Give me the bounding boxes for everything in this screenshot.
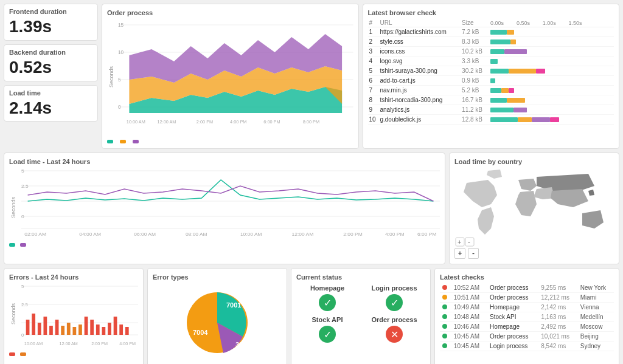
svg-text:4:00 PM: 4:00 PM <box>230 119 246 125</box>
check-ms: 1,163 ms <box>538 312 577 322</box>
order-process-title: Order process <box>107 9 353 16</box>
row-size: 11.2 kB <box>461 105 488 115</box>
check-name: Order process <box>487 332 538 342</box>
status-stock-api-icon: ✓ <box>319 326 336 343</box>
row-url: tshirt-suraya-300.png <box>378 66 461 76</box>
svg-rect-53 <box>72 327 76 335</box>
check-row: 10:45 AM Order process 10,021 ms Beijing <box>440 332 614 342</box>
load-time-24h-title: Load time - Last 24 hours <box>9 158 440 165</box>
row-bars <box>488 76 614 86</box>
status-order-process: Order process ✕ <box>363 316 425 343</box>
check-ms: 2,492 ms <box>538 322 577 332</box>
load-time-24h-chart: 5 2.5 0 02:00 AM 04:00 AM 06:00 AM 08:00… <box>21 168 440 238</box>
status-stock-api-label: Stock API <box>312 316 343 323</box>
col-size: Size <box>461 19 488 27</box>
check-time: 10:45 AM <box>451 332 487 342</box>
svg-text:8:00 PM: 8:00 PM <box>303 119 319 125</box>
row-size: 3.3 kB <box>461 57 488 66</box>
row-num: 4 <box>368 57 379 66</box>
svg-text:2:00 PM: 2:00 PM <box>91 341 108 346</box>
browser-row: 6 add-to-cart.js 0.9 kB <box>368 76 614 86</box>
col-num: # <box>368 19 379 27</box>
svg-text:0: 0 <box>21 214 24 219</box>
svg-text:12:00 AM: 12:00 AM <box>59 341 77 346</box>
browser-row: 3 icons.css 10.2 kB <box>368 47 614 57</box>
svg-rect-58 <box>102 327 105 335</box>
backend-duration-label: Backend duration <box>9 49 92 56</box>
row-num: 5 <box>368 66 379 76</box>
svg-text:4:00 PM: 4:00 PM <box>119 341 136 346</box>
row-num: 1 <box>368 27 379 37</box>
browser-check-title: Latest browser check <box>368 9 614 16</box>
col-timing: 0.00s 0.50s 1.00s 1.50s <box>488 19 614 27</box>
load-time-24h-card: Load time - Last 24 hours Seconds 5 2.5 … <box>4 153 445 264</box>
svg-text:06:00 AM: 06:00 AM <box>134 232 156 237</box>
svg-rect-51 <box>61 326 64 335</box>
svg-text:2.5: 2.5 <box>21 184 29 189</box>
row-bars <box>488 57 614 66</box>
loadtime-label: Load time <box>9 89 92 97</box>
row-bars <box>488 27 614 37</box>
row-num: 2 <box>368 37 379 47</box>
check-dot <box>440 293 451 303</box>
svg-text:-: - <box>468 238 470 246</box>
row-num: 6 <box>368 76 379 86</box>
check-name: Homepage <box>487 303 538 312</box>
check-name: Order process <box>487 293 538 303</box>
status-homepage: Homepage ✓ <box>296 284 358 311</box>
check-ms: 2,142 ms <box>538 303 577 312</box>
latest-checks-title: Latest checks <box>440 273 614 281</box>
svg-text:+: + <box>458 238 461 246</box>
check-ms: 8,542 ms <box>538 342 577 351</box>
check-row: 10:52 AM Order process 9,255 ms New York <box>440 283 614 293</box>
svg-rect-62 <box>125 327 129 335</box>
svg-text:2.5: 2.5 <box>21 302 28 307</box>
map-zoom-in[interactable]: + <box>454 248 465 259</box>
check-name: Stock API <box>487 312 538 322</box>
row-url: nav.min.js <box>378 86 461 95</box>
check-name: Login process <box>487 342 538 351</box>
row-size: 8.3 kB <box>461 37 488 47</box>
status-order-process-icon: ✕ <box>386 326 403 343</box>
check-row: 10:46 AM Homepage 2,492 ms Moscow <box>440 322 614 332</box>
check-ms: 9,255 ms <box>538 283 577 293</box>
svg-rect-57 <box>96 325 100 335</box>
check-dot <box>440 303 451 312</box>
svg-text:10: 10 <box>118 49 124 55</box>
order-process-card: Order process Seconds 15 10 5 0 <box>102 4 359 149</box>
svg-text:2:00 PM: 2:00 PM <box>197 119 213 125</box>
svg-text:10:00 AM: 10:00 AM <box>24 341 43 346</box>
row-url: style.css <box>378 37 461 47</box>
load-time-country-title: Load time by country <box>454 158 614 165</box>
svg-text:0: 0 <box>118 104 121 110</box>
svg-text:6:00 PM: 6:00 PM <box>417 232 437 237</box>
row-num: 3 <box>368 47 379 57</box>
row-num: 9 <box>368 105 379 115</box>
svg-rect-56 <box>90 320 94 335</box>
svg-text:7001: 7001 <box>226 301 241 309</box>
check-dot <box>440 322 451 332</box>
current-status-grid: Homepage ✓ Login process ✓ Stock API ✓ O… <box>296 284 425 343</box>
map-zoom-out[interactable]: - <box>468 248 479 259</box>
svg-text:7004: 7004 <box>193 329 208 336</box>
browser-row: 10 g.doubleclick.js 12.8 kB <box>368 115 614 125</box>
order-process-y-label: Seconds <box>108 66 114 88</box>
svg-rect-48 <box>43 317 47 335</box>
order-process-legend <box>107 140 353 143</box>
status-order-process-label: Order process <box>371 316 417 323</box>
frontend-duration-value: 1.39s <box>9 18 92 36</box>
check-dot <box>440 312 451 322</box>
check-dot <box>440 332 451 342</box>
svg-text:15: 15 <box>118 22 124 28</box>
check-city: Miami <box>578 293 614 303</box>
row-num: 7 <box>368 86 379 95</box>
svg-text:3009: 3009 <box>235 341 250 348</box>
svg-text:4:00 PM: 4:00 PM <box>385 232 405 237</box>
svg-rect-49 <box>49 326 53 335</box>
browser-row: 7 nav.min.js 5.2 kB <box>368 86 614 95</box>
loadtime-value: 2.14s <box>9 99 92 118</box>
errors-legend <box>9 352 138 356</box>
row-num: 8 <box>368 95 379 105</box>
check-time: 10:46 AM <box>451 322 487 332</box>
row-url: g.doubleclick.js <box>378 115 461 125</box>
